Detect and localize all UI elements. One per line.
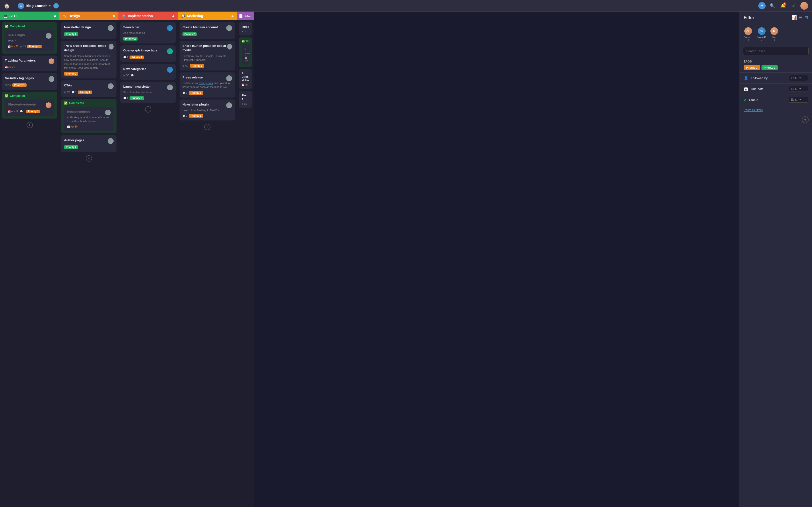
notifications-button[interactable]: 🔔 5 (779, 2, 787, 10)
add-card-seo[interactable]: + (27, 122, 33, 128)
card-ctas[interactable]: CTAs ⊞ 2/3 💬 1 Priority 1 (61, 80, 116, 97)
add-button[interactable]: + (758, 2, 766, 9)
filter-tag-priority2[interactable]: Priority 2 (761, 65, 778, 70)
card-newsletter-design[interactable]: Newsletter design Priority 2 (61, 22, 116, 39)
filter-user-mia[interactable]: M Mia 1 (769, 25, 779, 43)
filter-followed-select[interactable]: Edit... ▾ (789, 75, 808, 81)
card-desc: Sent to all blog subscribers whenever a … (64, 54, 114, 70)
card-title: Author pages (64, 138, 84, 143)
card-comments: 💬 1 (123, 56, 128, 59)
card-title: Share launch posts on social media (183, 44, 226, 52)
add-filter-area: + (740, 114, 812, 125)
completed-label-1: ✅ Completed (5, 24, 54, 28)
avatar (167, 67, 173, 73)
avatar (227, 44, 232, 50)
card-check-redirects[interactable]: Check all redirects 📅 Apr 19 💬 1 Priorit… (5, 100, 54, 116)
search-tasks-input[interactable] (743, 47, 809, 55)
card-related-articles[interactable]: Related articles Add category and number… (64, 107, 114, 131)
due-date-icon: 📅 (744, 87, 749, 91)
avatar (49, 76, 54, 82)
card-title: No-index tag pages (5, 76, 34, 80)
card-new-categories[interactable]: New categories ⊞ 3/3 💬 1 (120, 64, 176, 80)
user-name-conor: Conor L. (744, 36, 753, 39)
marketing-icon: 📢 (181, 14, 185, 18)
card-newsletter-plugin[interactable]: Newsletter plugin Switch from Mailbag to… (180, 100, 235, 121)
column-header-design: ✏️ Design 5 (59, 12, 118, 20)
card-meta: 📅 Apr 19 (67, 125, 111, 128)
card-date: 📅 Apr 30 (8, 45, 18, 48)
card-title: SEO Plugin (8, 33, 25, 37)
select-chevron-2: ▾ (800, 87, 801, 91)
filter-user-conor[interactable]: CL Conor L. 8 (742, 25, 754, 43)
filter-tag-priority1[interactable]: Priority 1 (744, 65, 760, 70)
priority-badge: Priority 2 (183, 32, 197, 36)
avatar (109, 44, 114, 50)
column-header-impl: ⚙️ Implementation 4 (118, 12, 177, 20)
filter-list-icon[interactable]: ☰ (799, 15, 803, 20)
card-press-release[interactable]: Press release Distribute via www.pr.com … (180, 72, 235, 98)
card-launch-newsletter[interactable]: Launch newsletter Send to entire user ba… (120, 81, 176, 103)
card-meta: 💬 1 Priority 1 (123, 56, 173, 59)
reset-all-filters-link[interactable]: Reset all filters (744, 108, 763, 112)
project-name: Blog Launch (26, 4, 48, 8)
add-card-marketing[interactable]: + (204, 124, 210, 130)
card-meta: Priority 2 (64, 32, 114, 36)
filter-due-date-select[interactable]: Edit... ▾ (789, 86, 808, 92)
card-title: Check all redirects (8, 102, 36, 107)
card-meta: Priority 1 (64, 72, 114, 75)
card-opengraph-image-tags[interactable]: Opengraph image tags 💬 1 Priority 1 (120, 45, 176, 62)
card-seo-plugin[interactable]: SEO Plugin Yoast? 📅 Apr 30 ⊞ 2/3 Priorit… (5, 30, 54, 51)
filter-due-date-label: Due date (751, 87, 786, 91)
column-title-design: Design (69, 14, 111, 18)
filter-status-select[interactable]: Edit... ▾ (789, 97, 808, 103)
add-filter-button[interactable]: + (802, 116, 809, 123)
card-tracking-parameters[interactable]: Tracking Parameters 📅 Jul 21 (2, 56, 57, 71)
check-button[interactable]: ✔ (790, 2, 798, 10)
card-launch-intro[interactable]: Introdu... ⊞ 3/3 (239, 22, 252, 36)
card-email-design[interactable]: "New article released" email design Sent… (61, 41, 116, 78)
filter-user-susan[interactable]: SK Susan K. 7 (755, 25, 768, 43)
add-card-design[interactable]: + (86, 155, 92, 162)
select-chevron-3: ▾ (800, 98, 801, 101)
card-create-medium-account[interactable]: Create Medium account Priority 2 (180, 22, 235, 39)
card-launch-strategy[interactable]: Strategi... Guest P... 📅 Apr (242, 44, 249, 65)
priority-badge: Priority 1 (27, 45, 41, 48)
card-title: "New article released" email design (64, 44, 108, 52)
column-implementation: ⚙️ Implementation 4 Search bar Add more … (118, 12, 177, 507)
check-icon-launch: ✅ (242, 40, 245, 43)
priority-badge: Priority 2 (64, 32, 78, 36)
card-tasks: ⊞ 4/7 (183, 64, 189, 67)
card-search-bar[interactable]: Search bar Add more padding Priority 2 (120, 22, 176, 44)
project-selector[interactable]: B Blog Launch ▾ (18, 3, 51, 9)
card-launch-bigidea[interactable]: 3-Creat... Metho... 📅 Apr (239, 69, 252, 89)
filter-title: Filter (744, 15, 790, 20)
card-author-pages[interactable]: Author pages Priority 2 (61, 135, 116, 152)
card-meta: 📅 Jul 21 (5, 66, 54, 68)
filter-tags: Priority 1 Priority 2 (744, 65, 808, 70)
column-title-launch: La... (245, 14, 252, 18)
activity-icon[interactable]: 📊 (792, 15, 797, 20)
card-comments: 💬 1 (183, 92, 187, 94)
card-noindex-tag-pages[interactable]: No-index tag pages ⊞ 2/4 Priority 1 (2, 73, 57, 90)
check-circle-icon-2: ✅ (5, 94, 8, 98)
info-icon[interactable]: i (53, 3, 59, 8)
card-tasks: ⊞ 2/3 (64, 91, 70, 94)
priority-badge: Priority 1 (64, 72, 78, 75)
filter-search (740, 45, 812, 57)
view-columns-icon[interactable]: ⊟ (805, 15, 808, 20)
card-title: Related articles (67, 110, 90, 114)
user-avatar[interactable] (800, 2, 808, 10)
priority-badge: Priority 2 (64, 145, 78, 149)
card-meta: Priority 2 (183, 32, 232, 36)
card-the-ar[interactable]: The Ar... ⊞ 2/3 (239, 91, 252, 108)
card-desc: Add category and number of shares to the… (67, 115, 111, 123)
filter-panel: Filter 📊 ☰ ⊟ CL Conor L. 8 SK Susan K. 7 (740, 12, 812, 507)
add-card-impl[interactable]: + (145, 106, 151, 113)
completed-group-design: ✅ Completed Related articles Add categor… (61, 99, 116, 133)
user-count-susan: 7 (761, 39, 762, 41)
card-share-launch-posts[interactable]: Share launch posts on social media Faceb… (180, 41, 235, 70)
home-icon[interactable]: 🏠 (4, 3, 10, 9)
card-tasks: ⊞ 2/4 (5, 84, 11, 87)
search-button[interactable]: 🔍 (768, 2, 776, 10)
select-chevron: ▾ (800, 76, 801, 80)
